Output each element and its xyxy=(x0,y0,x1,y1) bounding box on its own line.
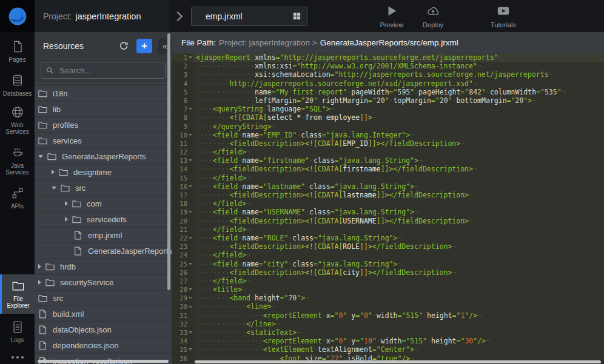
tree-item-dependencies-json[interactable]: dependencies.json xyxy=(35,338,172,352)
tree-item-emp-jrxml[interactable]: emp.jrxml xyxy=(35,228,172,242)
action-deploy[interactable]: Deploy xyxy=(412,4,454,28)
fold-toggle-icon[interactable] xyxy=(189,185,192,188)
rail-item-java-services[interactable]: Java Services xyxy=(0,144,35,177)
action-tutorials[interactable]: Tutorials xyxy=(483,4,524,28)
search-box[interactable] xyxy=(41,62,166,79)
tree-item-dataobjects-json[interactable]: dataObjects.json xyxy=(35,322,172,337)
code-line-7[interactable]: 7····<queryString·language="SQL">¬ xyxy=(172,105,604,113)
code-line-8[interactable]: 8········<![CDATA[select·*·from·employee… xyxy=(172,113,604,122)
grid-icon[interactable] xyxy=(292,12,301,21)
wavemaker-logo[interactable] xyxy=(0,0,35,32)
tree-item-securityservice[interactable]: securityService xyxy=(35,275,172,290)
code-line-1[interactable]: 1<jasperReport·xmlns="http://jasperrepor… xyxy=(172,53,604,62)
tab-emp-jrxml[interactable]: emp.jrxml xyxy=(191,7,307,26)
rail-item-web-services[interactable]: Web Services xyxy=(0,104,35,137)
code-line-28[interactable]: 28····<title>¬ xyxy=(172,285,604,294)
rail-item-pages[interactable]: Pages xyxy=(0,38,35,65)
tree-item-profiles[interactable]: profiles xyxy=(35,117,172,132)
code-line-22[interactable]: 22····<field·name="ROLE"·class="java.lan… xyxy=(172,234,604,242)
code-line-35[interactable]: 35················<textElement·textAlign… xyxy=(172,345,604,354)
code-line-31[interactable]: 31················<reportElement·x="0"·y… xyxy=(172,311,604,320)
gutter-cell: 5 xyxy=(172,88,193,96)
code-line-15[interactable]: 15····</field>¬ xyxy=(172,174,604,182)
tree-item-hrdb[interactable]: hrdb xyxy=(35,259,172,274)
code-line-30[interactable]: 30············<line>¬ xyxy=(172,302,604,311)
fold-toggle-icon[interactable] xyxy=(189,56,192,59)
caret-down-icon[interactable] xyxy=(52,187,56,190)
line-number: 19 xyxy=(180,208,187,216)
rail-item-databases[interactable]: Databases xyxy=(0,72,35,99)
tree-item-build-xml[interactable]: build.xml xyxy=(35,306,172,321)
tree-item-label: com xyxy=(87,199,102,208)
caret-down-icon[interactable] xyxy=(38,155,43,158)
code-line-18[interactable]: 18····</field>¬ xyxy=(172,199,604,208)
tree-item-services[interactable]: services xyxy=(35,133,172,148)
code-line-29[interactable]: 29········<band·height="70">¬ xyxy=(172,294,604,302)
gutter-cell: 23 xyxy=(172,242,193,251)
fold-toggle-icon[interactable] xyxy=(189,108,192,110)
tree-item-com[interactable]: com xyxy=(35,196,172,211)
tree-item-generatejasperreports-s[interactable]: GenerateJasperReports.s xyxy=(35,243,172,258)
fold-toggle-icon[interactable] xyxy=(189,331,192,334)
code-line-16[interactable]: 16····<field·name="lastname"·class="java… xyxy=(172,182,604,191)
code-line-24[interactable]: 24····</field>¬ xyxy=(172,251,604,259)
refresh-button[interactable] xyxy=(118,41,129,51)
code-line-27[interactable]: 27····</field>¬ xyxy=(172,277,604,285)
code-line-25[interactable]: 25····<field·name="city"·class="java.lan… xyxy=(172,260,604,268)
search-input[interactable] xyxy=(58,65,160,76)
caret-right-icon[interactable] xyxy=(38,264,41,269)
fold-toggle-icon[interactable] xyxy=(189,134,192,136)
rail-item-file-explorer[interactable]: File Explorer xyxy=(0,274,35,314)
code-line-26[interactable]: 26········<fieldDescription><![CDATA[cit… xyxy=(172,268,604,277)
caret-right-icon[interactable] xyxy=(65,217,68,222)
editor-horizontal-scrollbar[interactable] xyxy=(195,360,601,363)
tree-item-designtime[interactable]: designtime xyxy=(35,165,172,179)
code-line-21[interactable]: 21····</field>¬ xyxy=(172,225,604,234)
code-line-23[interactable]: 23········<fieldDescription><![CDATA[ROL… xyxy=(172,242,604,251)
tree-item-i18n[interactable]: i18n xyxy=(35,86,172,101)
tree-item-lib[interactable]: lib xyxy=(35,102,172,116)
tree-item-src[interactable]: src xyxy=(35,180,172,195)
code-line-2[interactable]: 2··············xmlns:xsi="http://www.w3.… xyxy=(172,62,604,70)
code-line-19[interactable]: 19····<field·name="USERNAME"·class="java… xyxy=(172,208,604,216)
code-line-13[interactable]: 13····<field·name="firstname"·class="jav… xyxy=(172,156,604,165)
tree-item-servicedefs[interactable]: servicedefs xyxy=(35,212,172,227)
action-preview[interactable]: Preview xyxy=(371,4,412,28)
fold-toggle-icon[interactable] xyxy=(189,263,192,265)
fold-toggle-icon[interactable] xyxy=(189,288,192,291)
code-line-3[interactable]: 3··············xsi:schemaLocation="http:… xyxy=(172,70,604,79)
rail-item-logs[interactable]: Logs xyxy=(0,319,35,345)
code-line-17[interactable]: 17········<fieldDescription><![CDATA[las… xyxy=(172,191,604,199)
caret-right-icon[interactable] xyxy=(52,170,55,174)
fold-toggle-icon[interactable] xyxy=(189,237,192,239)
code-line-12[interactable]: 12····</field>¬ xyxy=(172,148,604,156)
rail-item-apis[interactable]: APIs xyxy=(0,185,35,211)
code-line-11[interactable]: 11········<fieldDescription><![CDATA[EMP… xyxy=(172,139,604,148)
add-resource-button[interactable]: + xyxy=(136,39,152,53)
fold-toggle-icon[interactable] xyxy=(189,159,192,162)
code-line-4[interactable]: 4········http://jasperreports.sourceforg… xyxy=(172,79,604,88)
fold-toggle-icon[interactable] xyxy=(189,211,192,213)
code-line-10[interactable]: 10····<field·name="EMP_ID"·class="java.l… xyxy=(172,131,604,139)
caret-right-icon[interactable] xyxy=(65,201,68,206)
fold-toggle-icon[interactable] xyxy=(189,306,192,308)
tree-item-src[interactable]: src xyxy=(35,291,172,305)
code-line-34[interactable]: 34················<reportElement·x="0"·y… xyxy=(172,337,604,345)
tree-vertical-scrollbar[interactable] xyxy=(167,33,170,290)
gutter-cell: 15 xyxy=(172,174,193,182)
code-line-20[interactable]: 20········<fieldDescription><![CDATA[USE… xyxy=(172,217,604,225)
code-line-32[interactable]: 32············</line>¬ xyxy=(172,320,604,328)
code-line-14[interactable]: 14········<fieldDescription><![CDATA[fir… xyxy=(172,165,604,173)
gutter-cell: 27 xyxy=(172,277,193,285)
code-editor[interactable]: 1<jasperReport·xmlns="http://jasperrepor… xyxy=(172,53,604,364)
caret-right-icon[interactable] xyxy=(38,280,41,285)
more-menu[interactable] xyxy=(0,356,35,359)
tree-horizontal-scrollbar[interactable] xyxy=(38,360,169,363)
fold-toggle-icon[interactable] xyxy=(189,348,192,351)
code-line-6[interactable]: 6··············leftMargin="20"·rightMarg… xyxy=(172,96,604,105)
code-line-9[interactable]: 9····</queryString>¬ xyxy=(172,122,604,131)
tree-item-generatejasperreports[interactable]: GenerateJasperReports xyxy=(35,149,172,164)
code-line-5[interactable]: 5··············name="My·first·report"·pa… xyxy=(172,88,604,96)
code-line-33[interactable]: 33············<staticText>¬ xyxy=(172,328,604,337)
fold-toggle-icon[interactable] xyxy=(189,297,192,299)
